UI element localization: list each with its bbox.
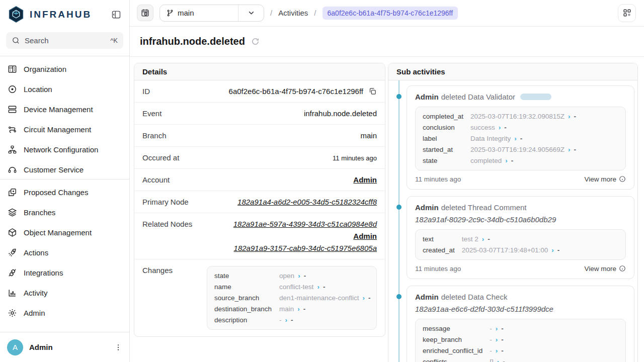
sidebar-item-customer-service[interactable]: Customer Service xyxy=(0,159,129,179)
sidebar-item-integrations[interactable]: Integrations xyxy=(0,262,129,283)
skeleton-pill xyxy=(520,94,551,100)
rocket-icon xyxy=(8,248,17,257)
attribute-value: completed›- xyxy=(470,156,618,165)
user-menu-button[interactable] xyxy=(114,343,122,351)
sidebar-item-location[interactable]: Location xyxy=(0,79,129,99)
sidebar-item-label: Admin xyxy=(24,309,45,317)
detail-row-event: Event infrahub.node.deleted xyxy=(134,103,385,125)
user-name: Admin xyxy=(29,343,108,351)
collapse-sidebar-button[interactable] xyxy=(111,10,121,20)
activity-action: deleted Data Validator xyxy=(441,93,515,101)
copy-icon xyxy=(368,87,377,96)
detail-row-id: ID 6a0f2e6c-b61a-4f75-b974-c76c1e1296ff xyxy=(134,80,385,103)
sidebar-item-label: Network Configuration xyxy=(24,145,98,154)
sidebar-item-label: Actions xyxy=(24,248,48,257)
activity-action: deleted Data Check xyxy=(441,293,508,301)
activity-time: 11 minutes ago xyxy=(415,265,461,273)
activity-card-footer: 11 minutes ago View more xyxy=(415,260,626,275)
user-row: A Admin xyxy=(0,332,129,362)
detail-row-account: Account Admin xyxy=(134,169,385,191)
change-key: source_branch xyxy=(214,294,272,302)
refresh-button[interactable] xyxy=(251,37,260,46)
sidebar-item-actions[interactable]: Actions xyxy=(0,242,129,262)
kebab-menu-icon xyxy=(114,343,122,351)
attribute-key: created_at xyxy=(423,246,455,254)
sidebar-item-branches[interactable]: Branches xyxy=(0,202,129,222)
chevron-right-icon: › xyxy=(496,336,498,343)
sidebar-item-activity[interactable]: Activity xyxy=(0,283,129,303)
page-title-row: infrahub.node.deleted xyxy=(130,27,644,57)
chevron-right-icon: › xyxy=(551,246,554,254)
attribute-value: -›- xyxy=(490,335,618,344)
detail-row-occured-at: Occured at 11 minutes ago xyxy=(134,147,385,169)
detail-label: Changes xyxy=(142,266,173,275)
sidebar-item-circuit-management[interactable]: Circuit Management xyxy=(0,119,129,139)
activity-card-footer: 11 minutes ago View more xyxy=(415,170,626,185)
sidebar-item-label: Branches xyxy=(24,208,55,217)
schema-button[interactable] xyxy=(618,4,636,22)
view-more-link[interactable]: View more xyxy=(584,175,626,183)
change-key: state xyxy=(214,272,272,280)
copy-id-button[interactable] xyxy=(368,87,377,96)
attribute-value: []›- xyxy=(490,357,618,362)
avatar[interactable]: A xyxy=(7,339,23,355)
diff-copy-icon xyxy=(8,188,17,197)
sidebar-item-label: Activity xyxy=(24,289,48,297)
related-account-link[interactable]: Admin xyxy=(353,232,377,240)
sidebar-item-network-configuration[interactable]: Network Configuration xyxy=(0,139,129,159)
detail-label: Related Nodes xyxy=(142,220,192,228)
building-icon xyxy=(8,64,17,74)
chevron-right-icon: › xyxy=(496,325,498,332)
gear-icon xyxy=(8,308,17,318)
change-value: den1-maintenance-conflict›- xyxy=(279,294,370,302)
search-icon xyxy=(12,36,20,45)
activity-attributes-box: completed_at 2025-03-07T16:19:32.090815Z… xyxy=(415,107,626,170)
activity-actor: Admin xyxy=(415,93,439,101)
search-shortcut: ^K xyxy=(110,37,118,44)
primary-node-link[interactable]: 182a91a4-a6d2-e005-34d5-c5182324cff8 xyxy=(237,198,377,206)
detail-label: Branch xyxy=(142,131,167,140)
activity-card-title: Admin deleted Thread Comment xyxy=(415,203,626,212)
account-link[interactable]: Admin xyxy=(353,175,377,184)
breadcrumb-activity-id[interactable]: 6a0f2e6c-b61a-4f75-b974-c76c1e1296ff xyxy=(323,7,458,20)
detail-row-primary-node: Primary Node 182a91a4-a6d2-e005-34d5-c51… xyxy=(134,191,385,213)
sidebar-item-device-management[interactable]: Device Management xyxy=(0,99,129,119)
attribute-key: conclusion xyxy=(423,123,463,132)
bar-chart-icon xyxy=(8,288,17,298)
activity-actor: Admin xyxy=(415,293,439,301)
search-input[interactable]: Search ^K xyxy=(6,32,123,49)
chevron-down-icon xyxy=(247,9,256,17)
breadcrumb-activities-link[interactable]: Activities xyxy=(278,9,308,17)
sidebar-item-label: Circuit Management xyxy=(24,125,91,134)
detail-event-value: infrahub.node.deleted xyxy=(304,109,377,118)
view-more-link[interactable]: View more xyxy=(584,265,626,273)
attribute-value: test 2›- xyxy=(462,235,618,243)
branch-dropdown-toggle[interactable] xyxy=(238,9,264,17)
detail-row-related-nodes: Related Nodes 182a91ae-597a-4399-34d3-c5… xyxy=(134,213,385,259)
activity-card: Admin deleted Data Validator completed_a… xyxy=(407,85,634,190)
attribute-value: -›- xyxy=(490,346,618,355)
activity-node-id: 182a91af-8029-2c9c-34db-c510a6b0db29 xyxy=(415,215,626,224)
infrahub-logo[interactable]: INFRAHUB xyxy=(7,6,92,24)
sidebar-item-label: Proposed Changes xyxy=(24,188,88,197)
related-node-link[interactable]: 182a91a9-3157-cab9-34dc-c51975e6805a xyxy=(234,244,377,252)
server-icon xyxy=(8,105,17,114)
branch-selector[interactable]: main xyxy=(159,5,264,22)
sidebar-item-label: Device Management xyxy=(24,105,93,114)
change-key: destination_branch xyxy=(214,305,272,313)
detail-label: Occured at xyxy=(142,153,179,162)
sidebar-item-object-management[interactable]: Object Management xyxy=(0,222,129,242)
sidebar-item-admin[interactable]: Admin xyxy=(0,303,129,323)
attribute-value: 2025-03-07T16:19:24.905669Z›- xyxy=(470,145,618,154)
sidebar-item-organization[interactable]: Organization xyxy=(0,59,129,79)
change-value: open›- xyxy=(279,272,370,280)
activity-attributes-box: text test 2›- created_at 2025-03-07T17:1… xyxy=(415,229,626,260)
chevron-right-icon: › xyxy=(497,358,500,362)
date-time-button[interactable] xyxy=(137,5,153,21)
related-node-link[interactable]: 182a91ae-597a-4399-34d3-c51ca0984e8d xyxy=(233,220,377,228)
sidebar-item-proposed-changes[interactable]: Proposed Changes xyxy=(0,182,129,202)
activity-action: deleted Thread Comment xyxy=(441,203,527,212)
location-target-icon xyxy=(8,84,17,94)
attribute-key: conflicts xyxy=(423,357,482,362)
content: Details ID 6a0f2e6c-b61a-4f75-b974-c76c1… xyxy=(130,57,644,362)
